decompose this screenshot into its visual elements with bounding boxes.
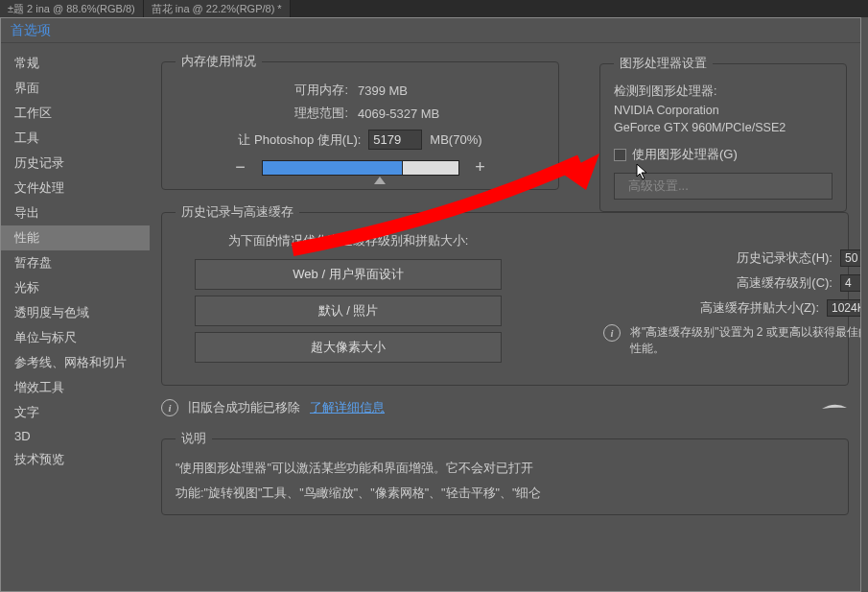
gpu-legend: 图形处理器设置 [614,55,713,72]
mem-available-label: 可用内存: [262,82,358,99]
cursor-icon [636,163,649,180]
sidebar-item[interactable]: 常规 [1,51,150,76]
description-group: 说明 "使用图形处理器"可以激活某些功能和界面增强。它不会对已打开 功能:"旋转… [161,430,849,515]
sidebar-item[interactable]: 3D [1,425,150,447]
memory-decrease-button[interactable]: − [231,157,250,178]
use-gpu-label: 使用图形处理器(G) [632,146,738,163]
legacy-removed-text: 旧版合成功能已移除 [188,399,300,416]
preset-huge-button[interactable]: 超大像素大小 [195,332,502,363]
prefs-sidebar: 常规界面工作区工具历史记录文件处理导出性能暂存盘光标透明度与色域单位与标尺参考线… [1,43,150,591]
description-line: 功能:"旋转视图"工具、"鸟瞰缩放"、"像素网格"、"轻击平移"、"细仑 [176,484,834,503]
mem-ideal-label: 理想范围: [262,105,358,122]
sidebar-item[interactable]: 暂存盘 [1,250,150,275]
slider-handle-icon[interactable] [374,177,386,184]
optimize-hint: 为下面的情况优化高速缓存级别和拼贴大小: [176,232,521,249]
history-cache-group: 历史记录与高速缓存 为下面的情况优化高速缓存级别和拼贴大小: Web / 用户界… [161,203,849,386]
gpu-vendor: NVIDIA Corporation [614,104,833,117]
memory-slider[interactable] [262,160,459,176]
sidebar-item[interactable]: 文件处理 [1,176,150,201]
description-line: "使用图形处理器"可以激活某些功能和界面增强。它不会对已打开 [176,459,834,478]
mem-available-value: 7399 MB [358,83,408,98]
memory-increase-button[interactable]: + [471,157,490,178]
sidebar-item[interactable]: 透明度与色域 [1,300,150,325]
info-icon: i [603,324,621,342]
memory-unit: MB(70%) [430,132,481,147]
history-states-label: 历史记录状态(H): [737,249,833,267]
sidebar-item[interactable]: 技术预览 [1,447,150,472]
gpu-detected-label: 检测到图形处理器: [614,83,833,100]
description-legend: 说明 [176,430,212,447]
sidebar-item[interactable]: 性能 [1,225,150,250]
cache-tip: 将"高速缓存级别"设置为 2 或更高以获得最佳的 GPU 性能。 [630,324,860,357]
cache-tile-label: 高速缓存拼贴大小(Z): [700,299,819,317]
gpu-device: GeForce GTX 960M/PCIe/SSE2 [614,121,833,134]
sidebar-item[interactable]: 工具 [1,126,150,151]
checkbox-icon [614,149,626,161]
memory-legend: 内存使用情况 [176,53,262,70]
preset-default-button[interactable]: 默认 / 照片 [195,296,502,326]
cache-levels-label: 高速缓存级别(C): [737,274,833,292]
sidebar-item[interactable]: 增效工具 [1,375,150,400]
learn-more-link[interactable]: 了解详细信息 [310,399,385,416]
let-ps-use-label: 让 Photoshop 使用(L): [238,131,361,149]
document-tab[interactable]: 苗花 ina @ 22.2%(RGP/8) * [144,0,291,17]
use-gpu-checkbox[interactable]: 使用图形处理器(G) [614,146,833,163]
history-legend: 历史记录与高速缓存 [176,203,299,221]
dialog-title: 首选项 [1,18,860,43]
memory-group: 内存使用情况 可用内存: 7399 MB 理想范围: 4069-5327 MB … [161,53,559,190]
sidebar-item[interactable]: 历史记录 [1,151,150,176]
document-tab-bar: ±题 2 ina @ 88.6%(RGB/8) 苗花 ina @ 22.2%(R… [0,0,868,17]
info-icon: i [161,399,178,416]
cache-levels-select[interactable] [840,274,860,292]
sidebar-item[interactable]: 文字 [1,400,150,425]
memory-input[interactable] [368,130,422,150]
document-tab[interactable]: ±题 2 ina @ 88.6%(RGB/8) [0,0,144,17]
cache-tile-select[interactable] [827,299,860,317]
sidebar-item[interactable]: 导出 [1,201,150,225]
gpu-group: 图形处理器设置 检测到图形处理器: NVIDIA Corporation GeF… [599,55,847,212]
sidebar-item[interactable]: 界面 [1,76,150,101]
preset-web-button[interactable]: Web / 用户界面设计 [195,259,502,290]
swish-icon [820,403,849,413]
mem-ideal-value: 4069-5327 MB [358,107,439,121]
sidebar-item[interactable]: 单位与标尺 [1,325,150,350]
preferences-dialog: 首选项 常规界面工作区工具历史记录文件处理导出性能暂存盘光标透明度与色域单位与标… [0,17,861,592]
prefs-main: 内存使用情况 可用内存: 7399 MB 理想范围: 4069-5327 MB … [150,43,860,591]
sidebar-item[interactable]: 工作区 [1,101,150,126]
history-states-select[interactable] [840,249,860,267]
sidebar-item[interactable]: 光标 [1,275,150,300]
sidebar-item[interactable]: 参考线、网格和切片 [1,350,150,375]
